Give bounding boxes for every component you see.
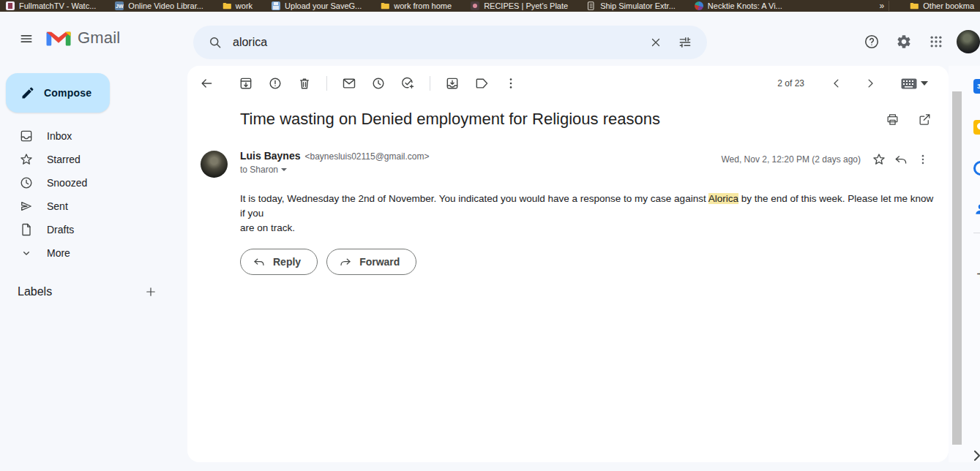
profile-avatar[interactable]: [957, 30, 980, 53]
bookmark-ship-simulator[interactable]: Ship Simulator Extr...: [587, 0, 676, 12]
contacts-icon[interactable]: [973, 202, 980, 216]
star-outline-icon: [872, 152, 886, 167]
search-options-button[interactable]: [670, 28, 700, 57]
clock-icon: [19, 176, 34, 190]
show-side-panel-button[interactable]: [972, 449, 980, 462]
sidebar-item-starred[interactable]: Starred: [0, 148, 182, 171]
reply-arrow-icon: [894, 152, 908, 167]
forward-arrow-icon: [339, 255, 352, 268]
forward-button[interactable]: Forward: [326, 249, 416, 275]
report-spam-button[interactable]: [261, 69, 290, 98]
save-favicon: [272, 1, 280, 10]
bookmark-label: Necktie Knots: A Vi...: [708, 0, 782, 12]
screen: FullmatchTV - Watc... JW Online Video Li…: [0, 0, 980, 471]
bookmark-upload-savegame[interactable]: Upload your SaveG...: [272, 0, 362, 12]
other-bookmarks[interactable]: Other bookma: [910, 0, 974, 12]
message-more-button[interactable]: [915, 151, 931, 167]
create-label-button[interactable]: [139, 280, 162, 304]
body-text: are on track.: [240, 222, 295, 233]
delete-button[interactable]: [290, 69, 319, 98]
add-to-tasks-button[interactable]: [393, 69, 422, 98]
gmail-logo[interactable]: Gmail: [45, 28, 120, 48]
print-button[interactable]: [884, 111, 900, 127]
clear-search-button[interactable]: [641, 28, 670, 57]
sidebar-item-more[interactable]: More: [0, 241, 182, 265]
sidebar-item-sent[interactable]: Sent: [0, 195, 182, 218]
bookmarks-overflow-chevron[interactable]: »: [875, 1, 890, 11]
newer-button[interactable]: [822, 69, 851, 98]
vertical-scrollbar[interactable]: [952, 91, 962, 445]
archive-button[interactable]: [231, 69, 261, 98]
bookmark-label: Ship Simulator Extr...: [600, 0, 676, 12]
side-panel-divider: [973, 233, 980, 233]
reply-icon-button[interactable]: [893, 151, 909, 167]
sender-avatar[interactable]: [201, 151, 228, 178]
sidebar-item-label: Starred: [47, 154, 81, 165]
bookmark-online-video-library[interactable]: JW Online Video Librar...: [115, 0, 203, 12]
archive-icon: [239, 76, 253, 91]
keyboard-icon: [901, 78, 917, 89]
trash-icon: [297, 76, 312, 91]
sidebar-item-drafts[interactable]: Drafts: [0, 218, 182, 241]
calendar-icon[interactable]: 31: [973, 79, 980, 94]
draft-icon: [19, 222, 34, 237]
bookmark-label: RECIPES | Pyet's Plate: [484, 0, 568, 12]
main-menu-button[interactable]: [16, 29, 37, 49]
more-options-button[interactable]: [496, 69, 525, 98]
tasks-icon[interactable]: [973, 161, 980, 176]
sidebar-item-inbox[interactable]: Inbox: [0, 124, 182, 148]
move-to-icon: [445, 76, 460, 91]
snooze-button[interactable]: [364, 69, 393, 98]
add-task-icon: [400, 76, 415, 91]
sender-name: Luis Baynes: [240, 150, 300, 162]
bookmark-work-from-home[interactable]: work from home: [381, 0, 452, 12]
details-caret-icon: [281, 168, 287, 171]
email-date: Wed, Nov 2, 12:20 PM (2 days ago): [721, 154, 861, 165]
bookmark-label: work: [236, 0, 253, 12]
sidebar-item-snoozed[interactable]: Snoozed: [0, 171, 182, 195]
recipes-favicon: [471, 1, 479, 10]
chevron-down-icon: [19, 246, 34, 260]
search-input[interactable]: alorica: [230, 36, 641, 49]
reply-label: Reply: [273, 256, 301, 268]
chevron-right-icon: [864, 77, 877, 90]
header-actions: [856, 26, 980, 58]
keep-icon[interactable]: [973, 120, 980, 135]
mark-unread-button[interactable]: [334, 69, 364, 98]
reply-button[interactable]: Reply: [240, 249, 318, 275]
sidebar-item-label: Sent: [47, 200, 68, 212]
search-bar[interactable]: alorica: [193, 26, 707, 59]
get-addons-button[interactable]: +: [973, 268, 980, 282]
tune-icon: [678, 35, 692, 50]
sidebar: Compose Inbox Starred Snoozed Sent: [0, 66, 187, 462]
move-to-button[interactable]: [438, 69, 467, 98]
sidebar-item-label: More: [47, 247, 70, 259]
search-button[interactable]: [201, 28, 230, 57]
bookmark-fullmatchtv[interactable]: FullmatchTV - Watc...: [6, 0, 96, 12]
forward-label: Forward: [359, 256, 400, 268]
chevron-right-icon: [972, 449, 980, 462]
google-apps-button[interactable]: [920, 26, 952, 58]
help-button[interactable]: [856, 26, 888, 58]
sender-meta: Luis Baynes <baynesluis02115@gmail.com> …: [240, 150, 430, 175]
bottom-strip: [0, 462, 980, 471]
bookmark-necktie-knots[interactable]: Necktie Knots: A Vi...: [695, 0, 782, 12]
gmail-header: Gmail alorica: [0, 12, 980, 66]
subject-row: Time wasting on Denied employment for Re…: [187, 108, 949, 130]
bookmark-work-folder[interactable]: work: [222, 0, 253, 12]
input-tools-button[interactable]: [901, 78, 928, 89]
settings-button[interactable]: [888, 26, 920, 58]
open-in-new-button[interactable]: [916, 111, 932, 127]
other-bookmarks-label: Other bookma: [923, 0, 974, 12]
bookmark-recipes[interactable]: RECIPES | Pyet's Plate: [471, 0, 568, 12]
labels-section: Labels: [0, 280, 176, 304]
search-highlight: Alorica: [708, 193, 738, 204]
recipient-details-button[interactable]: to Sharon: [240, 165, 430, 175]
compose-button[interactable]: Compose: [6, 73, 110, 113]
back-button[interactable]: [192, 69, 221, 98]
labels-button[interactable]: [467, 69, 496, 98]
fullmatchtv-favicon: [6, 1, 15, 10]
star-message-button[interactable]: [871, 151, 887, 167]
sender-row: Luis Baynes <baynesluis02115@gmail.com> …: [187, 150, 949, 175]
older-button[interactable]: [856, 69, 885, 98]
